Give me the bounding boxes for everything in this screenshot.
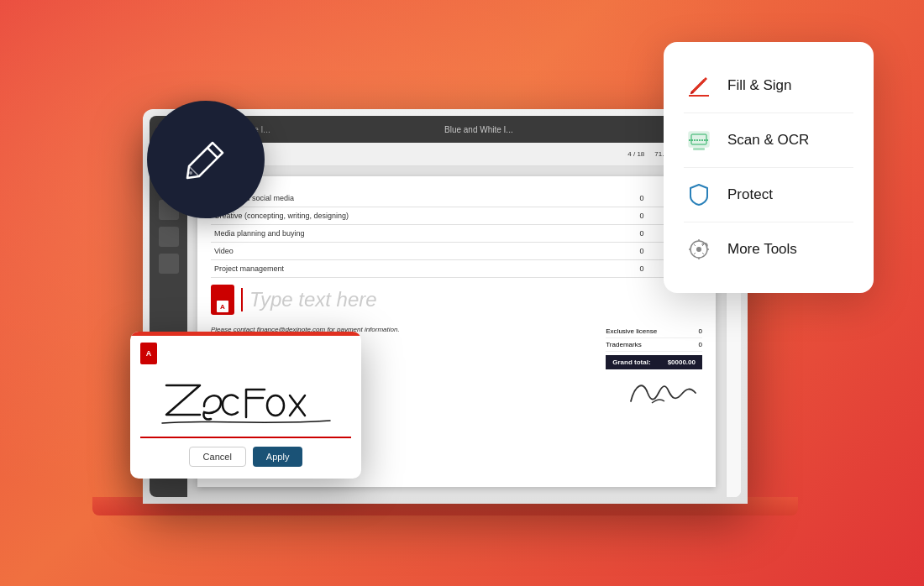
table-row: Creative (concepting, writing, designing… xyxy=(211,207,702,225)
trademarks-value: 0 xyxy=(699,341,702,348)
scan-ocr-label: Scan & OCR xyxy=(727,132,809,149)
table-row: Video 0 0 xyxy=(211,243,702,260)
table-row: Project management 0 0 xyxy=(211,260,702,278)
svg-point-8 xyxy=(267,395,284,416)
row-label: Creative (concepting, writing, designing… xyxy=(211,207,637,225)
signature-dialog: A Cancel Apply xyxy=(130,332,361,479)
row-label: Video xyxy=(211,243,637,260)
grand-total-value: $0000.00 xyxy=(668,358,696,366)
page-info: 4 / 18 xyxy=(627,150,644,158)
dropdown-menu-card: Fill & Sign Scan & OCR Protect xyxy=(664,42,874,293)
sidebar-icon-4[interactable] xyxy=(159,254,179,274)
row-label: Digital and social media xyxy=(211,190,637,207)
signature-apply-button[interactable]: Apply xyxy=(253,447,303,467)
grand-total-label: Grand total: xyxy=(612,358,650,366)
fill-sign-icon xyxy=(684,71,714,101)
pen-icon xyxy=(181,134,231,185)
pdf-signature xyxy=(606,376,702,414)
exclusive-license-label: Exclusive license xyxy=(606,327,657,335)
fill-sign-label: Fill & Sign xyxy=(727,77,792,94)
menu-item-protect[interactable]: Protect xyxy=(677,168,860,222)
trademarks-label: Trademarks xyxy=(606,341,641,348)
pdf-type-area: A Type text here xyxy=(211,285,702,315)
pdf-totals-section: Exclusive license 0 Trademarks 0 Grand t… xyxy=(606,325,702,414)
menu-item-scan-ocr[interactable]: Scan & OCR xyxy=(677,113,860,167)
more-tools-icon xyxy=(684,234,714,264)
exclusive-license-row: Exclusive license 0 xyxy=(606,325,702,338)
signature-cancel-button[interactable]: Cancel xyxy=(189,447,246,467)
more-tools-label: More Tools xyxy=(727,241,797,258)
row-label: Media planning and buying xyxy=(211,225,637,243)
signature-draw-area[interactable] xyxy=(140,368,351,438)
acrobat-logo-circle xyxy=(147,101,265,218)
table-row: Media planning and buying 0 0 xyxy=(211,225,702,243)
type-text-field[interactable]: Type text here xyxy=(241,288,377,311)
menu-item-fill-sign[interactable]: Fill & Sign xyxy=(677,59,860,112)
window-title: Blue and White I... xyxy=(276,125,682,134)
signature-dialog-content: A Cancel Apply xyxy=(130,336,361,479)
signature-image xyxy=(627,376,702,410)
sidebar-icon-3[interactable] xyxy=(159,227,179,247)
svg-rect-5 xyxy=(693,148,705,150)
row-label: Project management xyxy=(211,260,637,278)
protect-label: Protect xyxy=(727,186,773,203)
scan-ocr-icon xyxy=(684,125,714,155)
protect-icon xyxy=(684,180,714,210)
acrobat-badge-icon: A xyxy=(211,285,234,315)
table-row: Digital and social media 0 0 xyxy=(211,190,702,207)
signature-svg xyxy=(154,369,339,436)
pdf-table: Digital and social media 0 0 Creative (c… xyxy=(211,190,702,278)
svg-point-0 xyxy=(189,171,192,175)
signature-acrobat-icon: A xyxy=(140,343,157,364)
signature-dialog-buttons: Cancel Apply xyxy=(140,438,351,472)
grand-total-row: Grand total: $0000.00 xyxy=(606,355,702,369)
menu-item-more-tools[interactable]: More Tools xyxy=(677,222,860,276)
trademarks-row: Trademarks 0 xyxy=(606,338,702,352)
exclusive-license-value: 0 xyxy=(699,327,702,335)
svg-point-7 xyxy=(696,247,701,252)
